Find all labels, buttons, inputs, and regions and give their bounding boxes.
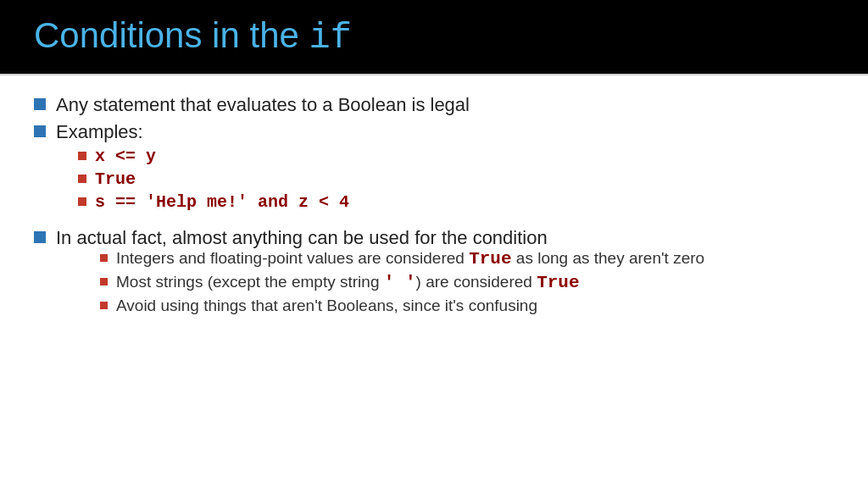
- code-inline-2: True: [537, 273, 579, 292]
- main-bullet-list: Any statement that evaluates to a Boolea…: [34, 94, 834, 215]
- bullet-square-icon: [34, 125, 46, 137]
- sub-bullet-icon: [78, 175, 86, 183]
- main-bullet-list-2: In actual fact, almost anything can be u…: [34, 227, 834, 319]
- bullet-square-icon: [34, 231, 46, 243]
- bullet-text: Any statement that evaluates to a Boolea…: [56, 94, 834, 116]
- code-text: s == 'Help me!' and z < 4: [95, 192, 349, 212]
- list-item: Most strings (except the empty string ' …: [100, 273, 834, 292]
- sub-bullet-icon: [100, 278, 108, 286]
- sub-text: Avoid using things that aren't Booleans,…: [116, 297, 834, 315]
- code-inline: ' ': [384, 273, 416, 292]
- bullet-text: In actual fact, almost anything can be u…: [56, 227, 834, 319]
- bullet-square-icon: [34, 98, 46, 110]
- title-code: if: [309, 18, 352, 58]
- bullet-text: Examples: x <= y True s == 'Help me!' an…: [56, 121, 834, 215]
- list-item: Avoid using things that aren't Booleans,…: [100, 297, 834, 315]
- sub-bullet-list: x <= y True s == 'Help me!' and z < 4: [78, 147, 834, 212]
- sub-bullet-icon: [100, 302, 108, 309]
- slide-title: Conditions in the if: [34, 15, 834, 58]
- list-item: Any statement that evaluates to a Boolea…: [34, 94, 834, 116]
- sub-bullet-icon: [78, 197, 86, 206]
- list-item: s == 'Help me!' and z < 4: [78, 192, 834, 212]
- sub-bullet-icon: [78, 152, 86, 160]
- sub-text: Most strings (except the empty string ' …: [116, 273, 834, 292]
- slide-header: Conditions in the if: [0, 0, 868, 75]
- code-text: True: [95, 169, 136, 189]
- title-text: Conditions in the: [34, 15, 309, 55]
- list-item: x <= y: [78, 147, 834, 166]
- sub-text: Integers and floating-point values are c…: [116, 249, 834, 269]
- code-inline: True: [469, 249, 511, 269]
- code-text: x <= y: [95, 147, 156, 166]
- list-item: Integers and floating-point values are c…: [100, 249, 834, 269]
- list-item: Examples: x <= y True s == 'Help me!' an…: [34, 121, 834, 215]
- list-item: True: [78, 169, 834, 189]
- sub-bullet-list-2: Integers and floating-point values are c…: [100, 249, 834, 315]
- slide-content: Any statement that evaluates to a Boolea…: [0, 75, 868, 341]
- list-item: In actual fact, almost anything can be u…: [34, 227, 834, 319]
- sub-bullet-icon: [100, 254, 108, 262]
